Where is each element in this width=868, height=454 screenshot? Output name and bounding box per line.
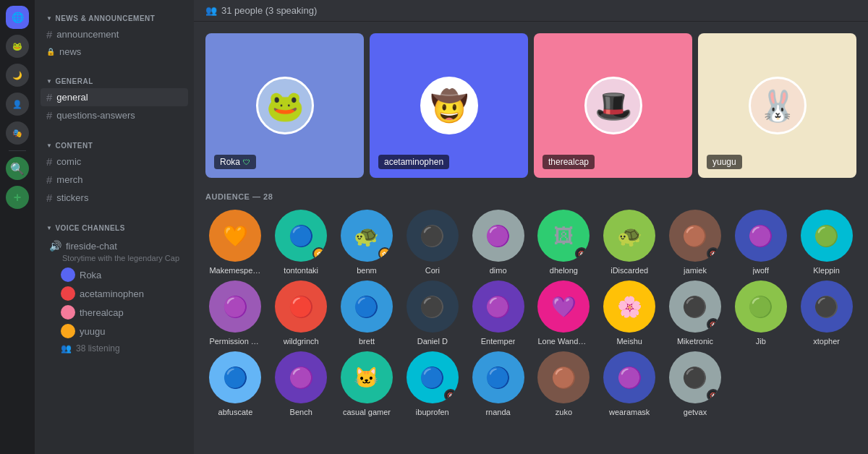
sidebar-channel-news[interactable]: 🔒 news [41, 43, 188, 60]
voice-icon: 🔊 [49, 240, 61, 252]
sidebar-channel-comic[interactable]: # comic [41, 153, 188, 171]
lock-icon: 🔒 [46, 48, 55, 56]
audience-member-jwoff[interactable]: 🟣jwoff [731, 210, 791, 275]
audience-member-name: dhelong [550, 266, 578, 275]
sidebar-channel-general[interactable]: # general [41, 88, 188, 106]
voice-member-acetaminophen[interactable]: acetaminophen [41, 284, 188, 303]
main-content: 👥 31 people (3 speaking) 🐸 Roka 🛡 🤠 [194, 0, 868, 454]
audience-member-cori[interactable]: ⚫Cori [402, 210, 462, 275]
audience-member-rnanda[interactable]: 🔵rnanda [468, 351, 528, 416]
audience-member-bench[interactable]: 🟣Bench [271, 351, 331, 416]
audience-member-brett[interactable]: 🔵brett [337, 280, 397, 346]
therealcap-emoji: 🎩 [595, 88, 632, 124]
roka-avatar-small [61, 267, 75, 282]
section-header-general[interactable]: ▼ GENERAL [41, 74, 188, 88]
tontontaki-avatar: 🔵✿ [275, 210, 327, 262]
top-bar: 👥 31 people (3 speaking) [194, 0, 868, 22]
badge-overlay: 🔇 [707, 389, 720, 402]
audience-member-name: iDiscarded [610, 266, 648, 275]
audience-member-idiscarded[interactable]: 🐢iDiscarded [600, 210, 660, 275]
dimo-avatar: 🟣 [472, 210, 524, 262]
audience-member-wearamask[interactable]: 🟣wearamask [600, 351, 660, 416]
audience-member-wildgrinch[interactable]: 🔴wildgrinch [271, 280, 331, 346]
server-icon-2[interactable]: 🐸 [6, 35, 29, 58]
audience-member-zuko[interactable]: 🟤zuko [534, 351, 594, 416]
audience-member-getvax[interactable]: ⚫🔇getvax [665, 351, 726, 416]
audience-member-makemespeakrr[interactable]: 🧡Makemespeakrr [205, 210, 265, 275]
voice-member-roka[interactable]: Roka [41, 265, 188, 284]
speaker-card-therealcap[interactable]: 🎩 therealcap [534, 33, 692, 178]
voice-member-therealcap[interactable]: therealcap [41, 303, 188, 322]
audience-member-benm[interactable]: 🐢✿benm [337, 210, 397, 275]
server-icon-5[interactable]: 🎭 [6, 121, 29, 145]
audience-member-casual-gamer[interactable]: 🐱casual gamer [337, 351, 397, 416]
bench-avatar: 🟣 [275, 351, 327, 403]
section-header-news[interactable]: ▼ NEWS & ANNOUNCEMENT [41, 12, 188, 25]
voice-channel-fireside[interactable]: 🔊 fireside-chat Storytime with the legen… [41, 235, 188, 265]
audience-member-name: Kleppin [813, 266, 840, 275]
audience-member-name: Makemespeakrr [209, 266, 261, 275]
audience-member-kleppin[interactable]: 🟢Kleppin [796, 210, 856, 275]
entemper-avatar: 🟣 [472, 280, 524, 333]
audience-member-meishu[interactable]: 🌸Meishu [600, 280, 660, 346]
audience-member-name: Cori [425, 266, 440, 275]
sidebar-channel-merch[interactable]: # merch [41, 171, 188, 189]
hash-icon: # [46, 28, 52, 40]
permission-man-avatar: 🟣 [209, 280, 261, 333]
chevron-icon-4: ▼ [46, 225, 52, 231]
sidebar-section-general: ▼ GENERAL # general # questions-answers [35, 63, 194, 127]
audience-member-daniel-d[interactable]: ⚫Daniel D [402, 280, 462, 346]
audience-member-abfuscate[interactable]: 🔵abfuscate [205, 351, 265, 416]
audience-member-tontontaki[interactable]: 🔵✿tontontaki [271, 210, 331, 275]
audience-member-jamiek[interactable]: 🟤🔇jamiek [665, 210, 726, 275]
audience-member-entemper[interactable]: 🟣Entemper [468, 280, 528, 346]
ibuprofen-avatar: 🔵🔇 [407, 351, 459, 403]
people-icon: 👥 [61, 343, 72, 354]
audience-grid: 🧡Makemespeakrr🔵✿tontontaki🐢✿benm⚫Cori🟣di… [205, 210, 856, 416]
sidebar: ▼ NEWS & ANNOUNCEMENT # announcement 🔒 n… [35, 0, 194, 454]
server-icon-1[interactable]: 🌐 [6, 6, 29, 29]
audience-member-name: Daniel D [417, 337, 448, 346]
yuugu-avatar: 🐰 [749, 77, 807, 134]
badge-overlay: 🔇 [575, 247, 588, 260]
voice-member-yuugu[interactable]: yuugu [41, 322, 188, 340]
audience-member-xtopher[interactable]: ⚫xtopher [796, 280, 856, 346]
audience-member-dimo[interactable]: 🟣dimo [468, 210, 528, 275]
speakers-grid: 🐸 Roka 🛡 🤠 acetaminophen 🎩 [205, 33, 856, 178]
acetaminophen-emoji: 🤠 [430, 88, 468, 124]
brett-avatar: 🔵 [341, 280, 393, 333]
voice-channel-name[interactable]: 🔊 fireside-chat [46, 238, 182, 254]
speaker-card-acetaminophen[interactable]: 🤠 acetaminophen [370, 33, 528, 178]
benm-avatar: 🐢✿ [341, 210, 393, 262]
search-icon-bar[interactable]: 🔍 [6, 157, 29, 180]
audience-member-jib[interactable]: 🟢Jib [731, 280, 791, 346]
audience-member-lone-wanderer[interactable]: 💜Lone Wanderer [534, 280, 594, 346]
server-icon-3[interactable]: 🌙 [6, 64, 29, 87]
audience-member-miketronic[interactable]: ⚫🔇Miketronic [665, 280, 726, 346]
server-icon-4[interactable]: 👤 [6, 93, 29, 116]
badge-overlay: ✿ [312, 247, 326, 260]
miketronic-avatar: ⚫🔇 [669, 280, 721, 333]
audience-member-dhelong[interactable]: 🖼🔇dhelong [534, 210, 594, 275]
section-header-content[interactable]: ▼ CONTENT [41, 139, 188, 153]
speaker-card-roka[interactable]: 🐸 Roka 🛡 [205, 33, 364, 178]
idiscarded-avatar: 🐢 [603, 210, 655, 262]
sidebar-section-voice: ▼ VOICE CHANNELS 🔊 fireside-chat Storyti… [35, 210, 194, 359]
roka-avatar: 🐸 [256, 77, 314, 134]
section-header-voice[interactable]: ▼ VOICE CHANNELS [41, 221, 188, 235]
audience-member-name: Lone Wanderer [537, 337, 590, 346]
badge-overlay: ✿ [378, 247, 391, 260]
sidebar-channel-questions[interactable]: # questions-answers [41, 106, 188, 124]
sidebar-channel-stickers[interactable]: # stickers [41, 189, 188, 207]
audience-member-ibuprofen[interactable]: 🔵🔇ibuprofen [402, 351, 462, 416]
add-server-icon[interactable]: + [6, 186, 29, 209]
makemespeakrr-avatar: 🧡 [209, 210, 261, 262]
sidebar-channel-announcement[interactable]: # announcement [41, 25, 188, 43]
audience-member-permission-man[interactable]: 🟣Permission Man [205, 280, 265, 346]
people-count: 👥 31 people (3 speaking) [205, 5, 317, 16]
chevron-icon-3: ▼ [46, 142, 52, 149]
speaker-card-yuugu[interactable]: 🐰 yuugu [698, 33, 856, 178]
lone-wanderer-avatar: 💜 [537, 280, 590, 333]
audience-member-name: Meishu [616, 337, 642, 346]
roka-name-tag: Roka 🛡 [214, 155, 256, 169]
